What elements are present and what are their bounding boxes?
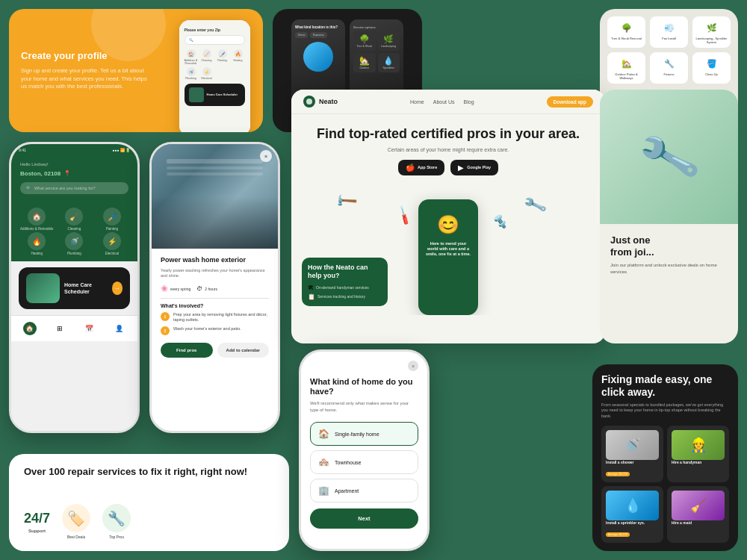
gp-signal: ●●● 📶 🔋 — [112, 148, 130, 152]
hometype-card: × What kind of home do you have? We'll r… — [299, 349, 430, 551]
tri-label-6: Clean Up — [705, 72, 718, 76]
orange-card-desc: Sign up and create your profile. Tell us… — [21, 67, 154, 91]
dark-phone-label: Service options — [353, 25, 400, 29]
tools-feature-icon: 🔧 — [102, 504, 131, 532]
pw-stat-duration: ⏱ 2 hours — [196, 285, 217, 292]
tri-label-3: Landscaping– Sprinkler System — [695, 37, 728, 44]
gp-heating-icon: 🔥 — [28, 232, 46, 250]
fix-card-shower[interactable]: 🚿 Install a shower Average: $3,799 — [601, 426, 663, 482]
green-card-title: How the Neato can help you? — [308, 264, 382, 280]
tri-label-5: Fixtures — [663, 72, 674, 76]
247-text: 24/7 — [24, 511, 50, 526]
feature-icon-2: 📋 — [308, 293, 315, 300]
nav-link-blog[interactable]: Blog — [464, 99, 474, 105]
store-buttons: 🍎 App Store ▶ Google Play — [303, 160, 593, 175]
gp-service-electrical[interactable]: ⚡ Electrical — [94, 232, 130, 255]
fix-sprinkler-title: Install a sprinkler sys. — [606, 520, 659, 525]
service-landscaping: 🌿 Landscaping — [378, 31, 400, 51]
feature-tools: 🔧 Top Pros — [102, 504, 131, 539]
gp-nav-calendar[interactable]: 📅 — [82, 322, 96, 335]
gp-status-bar: 9:41 ●●● 📶 🔋 — [11, 144, 137, 156]
pw-close-button[interactable]: × — [260, 150, 272, 162]
zip-label: Please enter you Zip — [185, 28, 245, 32]
pw-add-calendar-button[interactable]: Add to calendar — [217, 343, 270, 358]
electrical-label: Electrical — [201, 77, 211, 80]
powerwash-card: × Power wash home exterior Yearly power … — [149, 142, 280, 433]
desktop-logo: Neato — [303, 96, 338, 108]
gp-plumbing-icon: 🚿 — [65, 232, 83, 250]
google-play-button[interactable]: ▶ Google Play — [450, 160, 498, 175]
ht-apartment-icon: 🏢 — [318, 485, 329, 496]
gp-services-grid: 🏠 Additions & Remodels 🧹 Cleaning 🖌️ Pai… — [11, 203, 137, 261]
ht-single-icon: 🏠 — [318, 429, 329, 439]
ht-option-single[interactable]: 🏠 Single-family home — [310, 422, 418, 446]
gp-search-bar[interactable]: 🔍 What service are you looking for? — [20, 182, 128, 194]
bottom-banner-features: 24/7 Support 🏷️ Best Deals 🔧 Top Pros — [24, 504, 274, 539]
tools-feature-label: Top Pros — [109, 535, 124, 539]
gp-grid-nav-icon: ⊞ — [53, 322, 66, 335]
bottom-banner-card: Over 100 repair services to fix it right… — [9, 454, 289, 551]
gp-electrical-icon: ⚡ — [103, 232, 121, 250]
pw-line-2 — [167, 167, 263, 169]
landscaping-label: Landscaping — [381, 45, 396, 48]
gp-home-care-banner[interactable]: Home Care Scheduler → — [19, 267, 130, 309]
ht-title: What kind of home do you have? — [310, 377, 418, 396]
fix-card-handyman[interactable]: 👷 Hire a handyman — [667, 426, 729, 482]
desktop-nav-links: Home About Us Blog — [410, 99, 474, 105]
google-play-label: Google Play — [467, 165, 491, 169]
pw-step-num-1: 1 — [161, 312, 170, 321]
pw-stat-frequency: 🌸 every spring — [161, 285, 190, 292]
gp-nav-home[interactable]: 🏠 — [23, 322, 37, 335]
app-store-button[interactable]: 🍎 App Store — [398, 160, 444, 175]
gp-service-painting[interactable]: 🖌️ Painting — [94, 208, 130, 231]
ht-apartment-label: Apartment — [335, 488, 359, 494]
zip-input[interactable]: 🔍 — [185, 35, 245, 45]
gp-nav-grid[interactable]: ⊞ — [53, 322, 66, 335]
pw-divider — [161, 298, 269, 299]
ht-next-button[interactable]: Next — [310, 508, 418, 529]
hero-phone-text: Here to mend your world with care and a … — [424, 241, 472, 257]
additions-icon: 🏠 — [187, 49, 196, 58]
gp-hc-image — [26, 273, 60, 303]
gp-service-heating[interactable]: 🔥 Heating — [19, 232, 55, 255]
electrical-icon: ⚡ — [202, 67, 211, 76]
pw-step-num-2: 2 — [161, 326, 170, 335]
ht-subtitle: We'll recommend only what makes sense fo… — [310, 400, 418, 413]
service-trees: 🌳 Tree & Shrub — [353, 31, 376, 51]
feature-icon-1: 🛠 — [308, 284, 314, 291]
tri-label-1: Tree & Shrub Removal — [611, 37, 642, 40]
download-app-button[interactable]: Download app — [547, 96, 593, 108]
gp-painting-icon: 🖌️ — [103, 208, 121, 225]
gp-service-plumbing[interactable]: 🚿 Plumbing — [56, 232, 92, 255]
ht-townhouse-label: Townhouse — [335, 460, 361, 465]
dark-phone-question: What kind location is this? — [295, 25, 341, 30]
pw-find-pros-button[interactable]: Find pros — [161, 343, 213, 358]
gp-nav-profile[interactable]: 👤 — [112, 322, 125, 335]
fix-card-maid[interactable]: 🧹 Hire a maid — [667, 486, 729, 543]
ht-option-townhouse[interactable]: 🏘️ Townhouse — [310, 450, 418, 474]
bottom-banner-text: Over 100 repair services to fix it right… — [24, 466, 274, 479]
gp-profile-nav-icon: 👤 — [112, 322, 125, 335]
nav-link-about[interactable]: About Us — [433, 99, 455, 105]
icon-item-plumbing: 🚿 Plumbing — [185, 67, 198, 80]
outdoor-icon: 🏡 — [359, 56, 370, 66]
dp-tab-home[interactable]: Home — [295, 32, 308, 38]
right-card-subtitle: Join our platform and unlock exclusive d… — [610, 262, 728, 275]
bolt-tool: 🔩 — [492, 213, 509, 229]
tri-icon-1: 🌳 Tree & Shrub Removal — [607, 16, 645, 48]
fix-maid-title: Hire a maid — [672, 520, 725, 525]
ht-close-button[interactable]: × — [408, 361, 418, 371]
gp-additions-icon: 🏠 — [28, 208, 46, 225]
ht-option-apartment[interactable]: 🏢 Apartment — [310, 479, 418, 503]
gp-service-additions[interactable]: 🏠 Additions & Remodels — [19, 208, 55, 231]
screwdriver-tool: 🪛 — [393, 204, 415, 226]
gp-service-cleaning[interactable]: 🧹 Cleaning — [56, 208, 92, 231]
feature-text-1: On-demand handyman services — [316, 285, 369, 290]
pw-content-area: Power wash home exterior Yearly power wa… — [152, 249, 278, 365]
dp-tab-business[interactable]: Business — [310, 32, 326, 38]
orange-card-phone: Please enter you Zip 🔍 🏠 Additions & Rem… — [166, 9, 263, 132]
painting-icon: 🖌️ — [218, 49, 227, 58]
fix-card-sprinkler[interactable]: 💧 Install a sprinkler sys. Average: $2,1… — [601, 486, 663, 543]
fix-title: Fixing made easy, one click away. — [601, 373, 729, 399]
nav-link-home[interactable]: Home — [410, 99, 424, 105]
